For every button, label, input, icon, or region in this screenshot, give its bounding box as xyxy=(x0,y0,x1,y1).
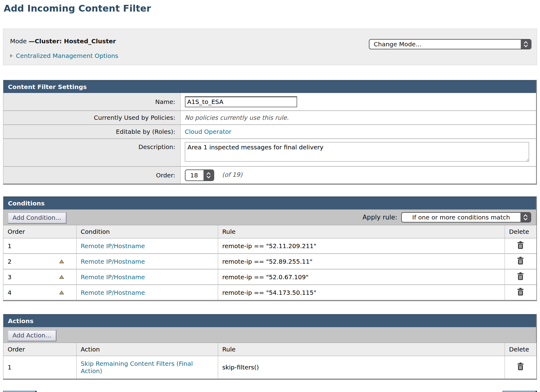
order-label: Order: xyxy=(3,166,180,184)
action-link[interactable]: Skip Remaining Content Filters (Final Ac… xyxy=(81,360,193,375)
change-mode-select[interactable]: Change Mode... xyxy=(369,39,531,49)
condition-rule: remote-ip == "52.11.209.211" xyxy=(218,238,505,254)
delete-condition-button[interactable] xyxy=(517,288,524,296)
condition-link[interactable]: Remote IP/Hostname xyxy=(81,258,145,265)
right-triangle-icon xyxy=(10,54,13,58)
description-textarea[interactable]: Area 1 inspected messages for final deli… xyxy=(185,142,529,162)
trash-icon xyxy=(517,257,524,265)
move-up-button[interactable] xyxy=(59,259,64,264)
settings-panel-header: Content Filter Settings xyxy=(3,80,536,93)
up-triangle-icon xyxy=(59,275,64,279)
conditions-col-rule: Rule xyxy=(218,225,505,238)
conditions-toolbar: Add Condition... Apply rule: If one or m… xyxy=(3,209,536,225)
add-condition-button[interactable]: Add Condition... xyxy=(8,212,66,223)
delete-action-button[interactable] xyxy=(517,362,524,370)
condition-row: 1 Remote IP/Hostname remote-ip == "52.11… xyxy=(3,238,536,254)
action-order: 1 xyxy=(8,364,12,371)
name-label: Name: xyxy=(3,93,180,111)
mode-panel: Mode —Cluster: Hosted_Cluster Change Mod… xyxy=(3,29,537,65)
up-down-chevrons-icon xyxy=(521,40,531,49)
condition-order: 2 xyxy=(8,258,12,265)
up-down-chevrons-icon xyxy=(520,213,531,222)
trash-icon xyxy=(517,362,524,370)
apply-rule-label: Apply rule: xyxy=(362,214,397,221)
conditions-col-condition: Condition xyxy=(76,225,218,238)
centralized-management-options-link[interactable]: Centralized Management Options xyxy=(16,52,118,59)
apply-rule-select[interactable]: If one or more conditions match xyxy=(401,212,531,223)
up-triangle-icon xyxy=(59,259,64,264)
delete-condition-button[interactable] xyxy=(517,257,524,265)
condition-rule: remote-ip == "52.0.67.109" xyxy=(218,269,505,285)
cancel-button[interactable]: Cancel xyxy=(3,391,37,392)
order-select[interactable]: 18 xyxy=(185,169,214,181)
actions-col-order: Order xyxy=(3,343,76,356)
submit-button[interactable]: Submit xyxy=(502,391,537,392)
condition-rule: remote-ip == "52.89.255.11" xyxy=(218,254,505,269)
actions-col-delete: Delete xyxy=(505,343,536,356)
roles-label: Editable by (Roles): xyxy=(3,125,180,139)
settings-row-description: Description: Area 1 inspected messages f… xyxy=(3,139,536,166)
action-row: 1 Skip Remaining Content Filters (Final … xyxy=(3,356,536,379)
condition-row: 2 Remote IP/Hostname remote-ip == "52.89… xyxy=(3,254,536,269)
condition-order: 4 xyxy=(8,289,12,296)
condition-order: 3 xyxy=(8,273,12,281)
mode-value: —Cluster: Hosted_Cluster xyxy=(29,37,116,45)
move-up-button[interactable] xyxy=(59,275,64,279)
condition-row: 3 Remote IP/Hostname remote-ip == "52.0.… xyxy=(3,269,536,285)
trash-icon xyxy=(517,288,524,296)
conditions-col-delete: Delete xyxy=(505,225,536,238)
cloud-operator-link[interactable]: Cloud Operator xyxy=(185,128,232,135)
condition-order: 1 xyxy=(8,242,12,250)
conditions-panel-header: Conditions xyxy=(3,197,536,209)
trash-icon xyxy=(517,241,524,249)
condition-link[interactable]: Remote IP/Hostname xyxy=(81,273,145,281)
description-label: Description: xyxy=(3,139,180,166)
up-triangle-icon xyxy=(59,290,64,295)
actions-toolbar: Add Action... xyxy=(3,327,536,343)
condition-link[interactable]: Remote IP/Hostname xyxy=(81,242,145,250)
up-down-chevrons-icon xyxy=(203,170,214,180)
settings-row-name: Name: xyxy=(3,93,536,111)
condition-rule: remote-ip == "54.173.50.115" xyxy=(218,285,505,300)
conditions-panel: Conditions Add Condition... Apply rule: … xyxy=(3,196,537,301)
delete-condition-button[interactable] xyxy=(517,272,524,280)
change-mode-select-value: Change Mode... xyxy=(369,40,521,49)
delete-condition-button[interactable] xyxy=(517,241,524,249)
order-of-total: (of 19) xyxy=(222,171,243,178)
trash-icon xyxy=(517,272,524,280)
mode-label: Mode xyxy=(10,37,27,45)
page-title: Add Incoming Content Filter xyxy=(4,3,540,14)
actions-panel: Actions Add Action... Order Action Rule … xyxy=(3,314,537,380)
content-filter-settings-panel: Content Filter Settings Name: Currently … xyxy=(3,80,537,185)
condition-row: 4 Remote IP/Hostname remote-ip == "54.17… xyxy=(3,285,536,300)
policies-label: Currently Used by Policies: xyxy=(3,111,180,125)
move-up-button[interactable] xyxy=(59,290,64,295)
action-rule: skip-filters() xyxy=(218,356,505,379)
actions-col-action: Action xyxy=(76,343,218,356)
settings-row-roles: Editable by (Roles): Cloud Operator xyxy=(3,125,536,139)
actions-col-rule: Rule xyxy=(218,343,505,356)
settings-row-policies: Currently Used by Policies: No policies … xyxy=(3,111,536,125)
apply-rule-select-value: If one or more conditions match xyxy=(402,213,520,222)
policies-value: No policies currently use this rule. xyxy=(185,114,289,121)
actions-panel-header: Actions xyxy=(3,314,536,327)
condition-link[interactable]: Remote IP/Hostname xyxy=(81,289,145,296)
order-select-value: 18 xyxy=(185,170,203,180)
settings-row-order: Order: 18 (of 19) xyxy=(3,166,536,184)
name-input[interactable] xyxy=(185,96,297,107)
add-action-button[interactable]: Add Action... xyxy=(8,330,56,341)
conditions-col-order: Order xyxy=(3,225,76,238)
